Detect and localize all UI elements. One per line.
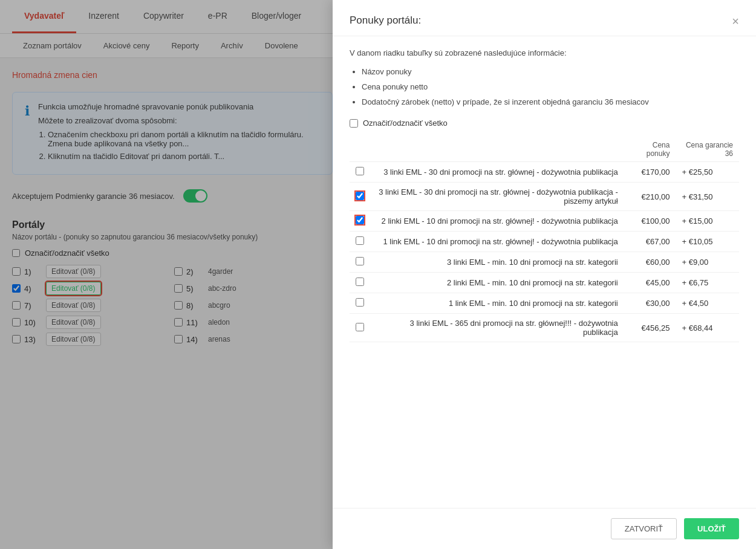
offer-row: 1 link EML - 10 dni promocji na str. głó… [350, 232, 739, 252]
offer-checkbox-7[interactable] [356, 298, 364, 307]
offer-garancia-5: + €9,00 [676, 252, 739, 273]
modal-title: Ponuky portálu: [350, 15, 421, 27]
modal-select-all-checkbox[interactable] [350, 119, 358, 128]
offer-garancia-4: + €10,05 [676, 232, 739, 252]
offer-cena-3: €100,00 [624, 211, 676, 232]
offer-checkbox-cell-3 [350, 211, 370, 232]
offer-row: 2 linki EML - 10 dni promocji na str. gł… [350, 211, 739, 232]
offer-checkbox-cell-6 [350, 273, 370, 293]
col-cena: Cena ponuky [624, 137, 676, 162]
offer-checkbox-cell-5 [350, 252, 370, 273]
offer-label-1: 3 linki EML - 30 dni promocji na str. gł… [370, 162, 624, 183]
col-name [370, 137, 624, 162]
offer-checkbox-5[interactable] [356, 257, 364, 265]
offer-label-6: 2 linki EML - min. 10 dni promocji na st… [370, 273, 624, 293]
offer-cena-1: €170,00 [624, 162, 676, 183]
offer-label-7: 1 link EML - min. 10 dni promocji na str… [370, 293, 624, 314]
offer-label-8: 3 linki EML - 365 dni promocji na str. g… [370, 314, 624, 342]
offer-label-5: 3 linki EML - min. 10 dni promocji na st… [370, 252, 624, 273]
offer-label-3: 2 linki EML - 10 dni promocji na str. gł… [370, 211, 624, 232]
offer-label-2: 3 linki EML - 30 dni promocji na str. gł… [370, 183, 624, 211]
offer-checkbox-8[interactable] [356, 323, 364, 331]
offer-garancia-1: + €25,50 [676, 162, 739, 183]
modal-select-all-row: Označiť/odznačiť všetko [350, 119, 739, 128]
offer-cena-6: €45,00 [624, 273, 676, 293]
col-garancia: Cena garancie 36 [676, 137, 739, 162]
offer-checkbox-4[interactable] [356, 236, 364, 245]
offers-modal: Ponuky portálu: × V danom riadku tabuľky… [333, 0, 756, 358]
offer-checkbox-cell-1 [350, 162, 370, 183]
offer-row: 3 linki EML - 30 dni promocji na str. gł… [350, 162, 739, 183]
offer-label-4: 1 link EML - 10 dni promocji na str. głó… [370, 232, 624, 252]
offer-garancia-8: + €68,44 [676, 314, 739, 342]
modal-bullets-list: Názov ponukyCena ponuky nettoDodatočný z… [362, 67, 739, 106]
offer-garancia-7: + €4,50 [676, 293, 739, 314]
offer-cena-7: €30,00 [624, 293, 676, 314]
offer-checkbox-6[interactable] [356, 278, 364, 286]
modal-bullet-3: Dodatočný zárobek (netto) v prípade, že … [362, 97, 739, 106]
offer-cena-5: €60,00 [624, 252, 676, 273]
col-checkbox [350, 137, 370, 162]
offer-row: 3 linki EML - min. 10 dni promocji na st… [350, 252, 739, 273]
modal-header: Ponuky portálu: × [333, 0, 756, 36]
offer-row: 1 link EML - min. 10 dni promocji na str… [350, 293, 739, 314]
offer-checkbox-cell-2 [350, 183, 370, 211]
offer-cena-8: €456,25 [624, 314, 676, 342]
offer-row: 2 linki EML - min. 10 dni promocji na st… [350, 273, 739, 293]
offer-row: 3 linki EML - 30 dni promocji na str. gł… [350, 183, 739, 211]
modal-bullet-1: Názov ponuky [362, 67, 739, 76]
modal-bullet-2: Cena ponuky netto [362, 82, 739, 91]
offer-checkbox-cell-7 [350, 293, 370, 314]
offer-checkbox-cell-4 [350, 232, 370, 252]
offer-garancia-2: + €31,50 [676, 183, 739, 211]
offer-cena-4: €67,00 [624, 232, 676, 252]
offer-cena-2: €210,00 [624, 183, 676, 211]
offer-checkbox-cell-8 [350, 314, 370, 342]
offer-garancia-3: + €15,00 [676, 211, 739, 232]
offer-row: 3 linki EML - 365 dni promocji na str. g… [350, 314, 739, 342]
offer-checkbox-2[interactable] [356, 192, 364, 200]
offers-table: Cena ponuky Cena garancie 36 3 linki EML… [350, 137, 739, 342]
modal-close-button[interactable]: × [732, 15, 739, 28]
offer-checkbox-3[interactable] [356, 216, 364, 224]
modal-description: V danom riadku tabuľky sú zobrazené nasl… [350, 48, 739, 57]
offer-garancia-6: + €6,75 [676, 273, 739, 293]
modal-select-all-label: Označiť/odznačiť všetko [363, 119, 448, 128]
modal-body: V danom riadku tabuľky sú zobrazené nasl… [333, 36, 756, 358]
offer-checkbox-1[interactable] [356, 167, 364, 175]
